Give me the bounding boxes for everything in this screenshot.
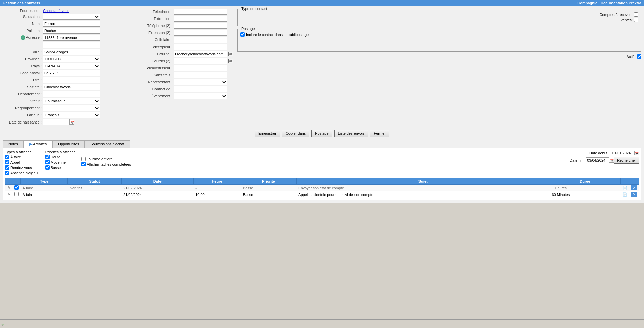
a-faire-checkbox[interactable] [5,155,9,159]
liste-des-envois-button[interactable]: Liste des envois [334,130,368,137]
ville-input[interactable] [43,49,100,55]
date-naissance-input[interactable] [43,119,70,125]
haute-checkbox[interactable] [45,155,50,159]
email-send-icon[interactable]: ✉ [228,52,233,56]
rendez-vous-checkbox[interactable] [5,165,9,170]
col-checkbox [12,178,21,185]
regroupement-select[interactable] [43,105,100,111]
email2-send-icon[interactable]: ✉ [228,59,233,63]
telephone2-input[interactable] [174,23,227,29]
langue-select[interactable]: Français [43,112,100,118]
regroupement-row: Regroupement : [3,105,137,111]
edit-icon[interactable]: ✎ [7,192,10,196]
extension-input[interactable] [174,16,227,22]
departement-label: Département : [3,92,43,96]
afficher-taches-label: Afficher tâches complétées [87,162,131,166]
adresse-input[interactable] [43,35,100,41]
journee-checkbox[interactable] [81,157,86,161]
haute-label: Haute [51,155,60,159]
row-checkbox[interactable] [14,192,19,196]
telephone-input[interactable] [174,9,227,15]
contact-de-input[interactable] [174,86,227,92]
tab-opportunites[interactable]: Opportunités [52,140,85,148]
types-label: Types à afficher [5,150,39,154]
delete-icon[interactable]: ✕ [631,185,637,190]
statut-select[interactable]: Fournisseur [43,98,100,104]
nom-row: Nom : [3,21,137,27]
adresse2-row [3,42,137,48]
ventes-checkbox[interactable] [634,18,638,22]
basse-label: Basse [51,166,61,170]
filter-row: Types à afficher À faire Appel Rendez-vo… [5,150,639,176]
actif-checkbox[interactable] [637,54,641,59]
rechercher-button[interactable]: Rechercher [614,157,639,164]
departement-input[interactable] [43,91,100,97]
absence-checkbox[interactable] [5,171,9,175]
province-select[interactable]: QUÉBEC [43,56,100,62]
calendar-icon[interactable]: 📅 [70,120,74,125]
doc-icon[interactable]: 📄 [623,186,627,190]
priorities-label: Priorités à afficher [45,150,75,154]
date-fin-input[interactable] [586,157,609,163]
tab-activites[interactable]: ▶ Activités [24,140,52,148]
cell-duree: 1 Heures [550,185,620,191]
teleavertisseur-row: Téléavertisseur : [140,65,234,71]
delete-icon[interactable]: ✕ [631,192,637,197]
date-fin-calendar-icon[interactable]: 📅 [609,158,614,163]
adresse2-input[interactable] [43,42,100,48]
cell-sujet: Appel la clientèle pour un suivi de son … [296,191,550,198]
afficher-taches-checkbox[interactable] [81,162,86,166]
sans-frais-input[interactable] [174,72,227,78]
date-debut-calendar-icon[interactable]: 📅 [634,151,639,155]
appel-filter-label: Appel [10,160,20,164]
postage-button[interactable]: Postage [311,130,332,137]
contact-de-row: Contact de : [140,86,234,92]
pays-select[interactable]: CANADA [43,63,100,69]
appel-checkbox[interactable] [5,160,9,164]
departement-row: Département : [3,91,137,97]
doc-icon[interactable]: 📄 [623,192,627,196]
date-debut-input[interactable] [611,150,634,156]
tab-soumissions[interactable]: Soumissions d'achat [85,140,130,148]
extension2-label: Extension (2) : [140,31,174,35]
code-postal-input[interactable] [43,70,100,76]
basse-filter: Basse [45,165,75,170]
moyenne-checkbox[interactable] [45,160,50,164]
teleavertisseur-input[interactable] [174,65,227,71]
copier-dans-button[interactable]: Copier dans [282,130,309,137]
extension2-input[interactable] [174,30,227,36]
tab-notes[interactable]: Notes [3,140,24,148]
titre-input[interactable] [43,77,100,83]
middle-column: Téléphone : Extension : Téléphone (2) : … [140,9,234,126]
date-debut-row: Date début : 📅 [589,150,639,156]
table-header-row: Type Statut Date Heure Priorité Sujet Du… [5,178,639,185]
row-checkbox[interactable] [14,185,19,190]
inclure-checkbox[interactable] [240,32,245,37]
button-row: Enregistrer Copier dans Postage Liste de… [3,130,641,137]
rendez-vous-filter-label: Rendez-vous [10,166,32,170]
telecopieur-input[interactable] [174,44,227,50]
rendez-vous-filter: Rendez-vous [5,165,39,170]
sans-frais-label: Sans frais : [140,73,174,77]
representant-select[interactable] [174,79,227,85]
absence-filter-label: Absence Neige 1 [10,171,39,175]
evenement-select[interactable] [174,93,227,99]
cellulaire-input[interactable] [174,37,227,43]
courriel2-input[interactable] [174,58,227,64]
enregistrer-button[interactable]: Enregistrer [255,130,280,137]
cell-date: 21/02/2024 [121,191,193,198]
comptes-checkbox[interactable] [634,12,638,17]
edit-icon[interactable]: ✎ [7,186,10,190]
basse-checkbox[interactable] [45,165,50,170]
actif-row: Actif : [237,54,641,59]
prenom-input[interactable] [43,28,100,34]
nom-input[interactable] [43,21,100,27]
courriel-input[interactable] [174,51,227,57]
globe-icon [21,35,25,40]
nom-label: Nom : [3,22,43,26]
fermer-button[interactable]: Fermer [370,130,389,137]
salutation-select[interactable] [43,14,100,20]
table-row: ✎À faireNon fait21/02/2024-BasseEnvoyer … [5,185,639,191]
fournisseur-link[interactable]: Chocolat favoris [43,9,69,13]
societe-input[interactable] [43,84,100,90]
